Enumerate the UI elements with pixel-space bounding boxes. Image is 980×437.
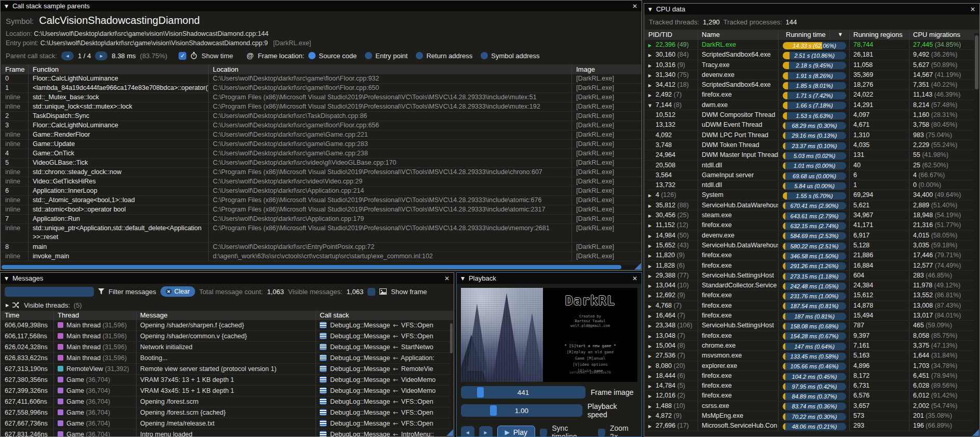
callstack-row[interactable]: 5VideoGLBase::TickC:\Users\wolf\Desktop\… — [1, 158, 641, 168]
resize-grip[interactable] — [446, 429, 453, 436]
expand-icon[interactable]: ▶ — [648, 322, 656, 330]
cpu-row[interactable]: ▶23,348 (106)ServiceHub.SettingsHost158.… — [645, 321, 979, 330]
radio-symbol-address[interactable] — [481, 52, 488, 59]
cpu-row[interactable]: ▶4 (126)System1.55 s (6.70%)69,29434,400… — [645, 190, 979, 200]
col-running-regions[interactable]: Running regions — [850, 30, 909, 40]
callstack-row[interactable]: 4Game::OnTickC:\Users\wolf\Desktop\darkr… — [1, 149, 641, 158]
message-row[interactable]: 627,411,606nsGame (36,704)Opening /fores… — [1, 396, 453, 407]
message-row[interactable]: 626,833,622nsMain thread (31,596)Booting… — [1, 353, 453, 364]
expand-threads-icon[interactable]: ▶ — [6, 303, 9, 308]
expand-icon[interactable]: ▶ — [648, 402, 656, 410]
expand-icon[interactable]: ▶ — [648, 362, 656, 370]
callstack-row[interactable]: inlinestd::chrono::steady_clock::nowC:\P… — [1, 168, 641, 177]
expand-icon[interactable]: ▶ — [648, 372, 656, 380]
expand-icon[interactable]: ▶ — [648, 81, 656, 89]
expand-icon[interactable]: ▶ — [648, 342, 656, 350]
col-time[interactable]: Time — [1, 311, 54, 320]
radio-source-code[interactable] — [308, 52, 316, 59]
radio-entry-point[interactable] — [365, 52, 372, 59]
expand-icon[interactable]: ▶ — [648, 332, 656, 340]
expand-icon[interactable]: ▶ — [648, 412, 656, 420]
cpu-row[interactable]: ▶29,388 (77)ServiceHub.SettingsHost273.1… — [645, 271, 979, 281]
close-icon[interactable]: ✕ — [444, 275, 450, 282]
col-image[interactable]: Image — [572, 64, 641, 74]
expand-icon[interactable]: ▶ — [648, 272, 656, 280]
cpu-row[interactable]: ▶13,044 (10)StandardCollector.Service242… — [645, 281, 979, 290]
expand-icon[interactable]: ▶ — [648, 71, 656, 80]
cpu-titlebar[interactable]: ▼ CPU data ✕ — [644, 4, 979, 15]
expand-icon[interactable]: ▶ — [648, 292, 656, 300]
col-running-time[interactable]: Running time▼ — [779, 30, 850, 40]
message-row[interactable]: 627,399,326nsGame (36,704)VRAM 43x45: 15… — [1, 386, 453, 396]
cpu-row[interactable]: 24,964 DWM Master Input Thread5.03 ms (0… — [645, 150, 979, 160]
show-time-checkbox[interactable]: ✓ — [179, 52, 186, 60]
close-icon[interactable]: ✕ — [632, 275, 637, 282]
callstack-row[interactable]: inlineGame::RenderFloorC:\Users\wolf\Des… — [1, 130, 641, 140]
close-icon[interactable]: ✕ — [970, 6, 975, 13]
expand-icon[interactable]: ▶ — [648, 51, 656, 59]
cpu-row[interactable]: ▶11,828 (6)firefox.exe291.26 ms (1.26%)1… — [645, 261, 979, 271]
cpu-row[interactable]: ▶4,768 (7)firefox.exe187.54 ms (0.81%)14… — [645, 301, 979, 311]
resize-grip[interactable] — [972, 429, 979, 436]
resize-grip[interactable] — [634, 263, 641, 270]
expand-icon[interactable]: ▶ — [648, 282, 656, 290]
callstack-row[interactable]: inlinestd::_Atomic_storage<bool,1>::load… — [1, 196, 641, 205]
messages-titlebar[interactable]: ▼ Messages ✕ — [1, 273, 454, 284]
expand-icon[interactable]: ▶ — [648, 352, 656, 360]
callstack-row[interactable]: 3Floor::CalcLightNoLuminanceC:\Users\wol… — [1, 121, 641, 130]
cpu-row[interactable]: ▶12,692 (9)firefox.exe231.76 ms (1.00%)1… — [645, 290, 979, 300]
step-forward-button[interactable]: ▸ — [479, 426, 493, 437]
filter-input[interactable] — [5, 287, 94, 297]
message-row[interactable]: 627,831,246nsGame (36,704)Intro menu loa… — [1, 429, 453, 437]
expand-icon[interactable]: ▶ — [648, 202, 656, 210]
frame-image-slider[interactable]: 441 — [461, 386, 586, 399]
col-function[interactable]: Function — [29, 64, 209, 74]
expand-icon[interactable]: ▶ — [648, 382, 656, 390]
message-row[interactable]: 627,667,736nsGame (36,704)Opening /meta/… — [1, 418, 453, 429]
expand-icon[interactable]: ▶ — [648, 422, 656, 430]
callstack-row[interactable]: inlinestd::unique_ptr<Application,std::d… — [1, 224, 641, 243]
expand-icon[interactable]: ▶ — [648, 312, 656, 320]
expand-icon[interactable]: ▼ — [648, 101, 656, 110]
cpu-row[interactable]: ▶16,464 (7)firefox.exe187 ms (0.81%)15,4… — [645, 311, 979, 321]
playback-speed-slider[interactable]: 1.00 — [461, 404, 582, 417]
visible-threads-label[interactable]: Visible threads: — [24, 301, 70, 309]
sync-timeline-checkbox[interactable] — [540, 429, 547, 436]
callstack-row[interactable]: inlineVideo::GetTicksHiResC:\Users\wolf\… — [1, 177, 641, 187]
collapse-icon[interactable]: ▼ — [648, 7, 652, 12]
collapse-icon[interactable]: ▼ — [5, 4, 8, 9]
callstack-row[interactable]: 0Floor::CalcLightNoLuminanceC:\Users\wol… — [1, 74, 641, 84]
radio-return-address[interactable] — [416, 52, 423, 59]
col-location[interactable]: Location — [209, 64, 572, 74]
callstack-row[interactable]: inlinestd::unique_lock<std::mutex>::lock… — [1, 102, 641, 112]
callstack-titlebar[interactable]: ▼ Call stack sample parents ✕ — [1, 1, 642, 11]
message-row[interactable]: 627,380,356nsGame (36,704)VRAM 37x45: 13… — [1, 375, 453, 386]
callstack-row[interactable]: 8mainC:\Users\wolf\Desktop\darkrl\src\En… — [1, 243, 641, 252]
expand-icon[interactable]: ▶ — [648, 41, 656, 49]
cpu-row[interactable]: ▶27,536 (7)msvsmon.exe133.45 ms (0.58%)5… — [645, 351, 979, 361]
col-frame[interactable]: Frame — [1, 64, 29, 74]
step-back-button[interactable]: ◂ — [461, 426, 474, 437]
cpu-row[interactable]: ▶4,872 (9)MsMpEng.exe70.22 ms (0.30%)573… — [645, 411, 979, 421]
cpu-row[interactable]: ▶2,492 (7)firefox.exe1.71 s (7.42%)24,02… — [645, 90, 979, 100]
cpu-row[interactable]: 3,748 DWM Token Thread23.37 ms (0.10%)4,… — [645, 140, 979, 150]
cpu-row[interactable]: ▶18,444 (6)firefox.exe104.2 ms (0.45%)8,… — [645, 371, 979, 381]
message-callstack[interactable]: DebugLog::Message ← VFS::Open — [316, 418, 453, 429]
message-callstack[interactable]: DebugLog::Message ← VFS::Open — [316, 396, 453, 407]
message-callstack[interactable]: DebugLog::Message ← IntroMenu:: — [316, 429, 453, 437]
col-message[interactable]: Message — [137, 311, 316, 320]
col-cpu-migrations[interactable]: CPU migrations — [909, 30, 979, 40]
collapse-icon[interactable]: ▼ — [5, 276, 8, 281]
col-thread[interactable]: Thread — [54, 311, 137, 320]
cpu-row[interactable]: ▶31,340 (75)devenv.exe1.91 s (8.26%)35,3… — [645, 70, 979, 80]
cpu-row[interactable]: ▶30,456 (25)steam.exe643.61 ms (2.79%)34… — [645, 210, 979, 220]
cpu-row[interactable]: 13,132 uDWM Event Thread68.29 ms (0.30%)… — [645, 120, 979, 130]
vertical-scrollbar[interactable] — [974, 33, 979, 435]
collapse-icon[interactable]: ▼ — [461, 276, 465, 281]
cpu-row[interactable]: ▶35,812 (88)ServiceHub.DataWarehous670.4… — [645, 201, 979, 210]
cpu-row[interactable]: ▶8,080 (20)explorer.exe105.66 ms (0.46%)… — [645, 361, 979, 371]
cpu-row[interactable]: ▶15,652 (43)ServiceHub.DataWarehous580.2… — [645, 241, 979, 250]
vertical-scrollbar[interactable] — [450, 322, 453, 432]
callstack-row[interactable]: inlinestd::atomic<bool>::operator boolC:… — [1, 205, 641, 215]
cpu-row[interactable]: ▶10,316 (9)Tracy.exe2.18 s (9.45%)11,058… — [645, 60, 979, 70]
